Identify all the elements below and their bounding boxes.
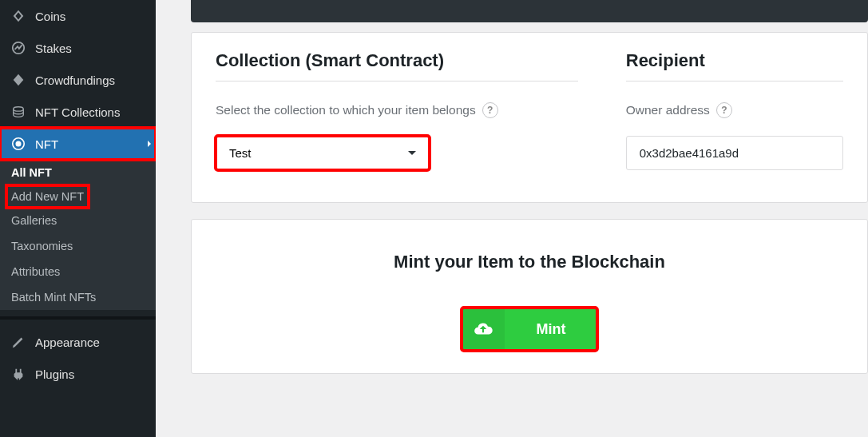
svg-point-3 [16, 141, 20, 145]
collection-label-text: Select the collection to which your item… [216, 103, 476, 117]
collection-field-label: Select the collection to which your item… [216, 102, 578, 118]
main-content: Collection (Smart Contract) Select the c… [156, 0, 868, 437]
sidebar-label: Appearance [35, 336, 100, 349]
sidebar-label: Coins [35, 10, 65, 23]
sidebar-item-coins[interactable]: Coins [0, 0, 156, 32]
sidebar: Coins Stakes Crowdfundings NFT Collectio… [0, 0, 156, 437]
recipient-column: Recipient Owner address ? 0x3d2bae4161a9… [626, 50, 843, 170]
chevron-down-icon [408, 151, 416, 155]
mint-title: Mint your Item to the Blockchain [216, 252, 843, 272]
sidebar-item-appearance[interactable]: Appearance [0, 326, 156, 358]
sidebar-sub-galleries[interactable]: Galleries [0, 208, 156, 233]
nft-icon [10, 135, 27, 153]
sidebar-label: NFT Collections [35, 105, 120, 119]
collection-column: Collection (Smart Contract) Select the c… [216, 50, 578, 170]
sidebar-label: Stakes [35, 42, 72, 55]
dropdown-selected: Test [229, 146, 252, 160]
sidebar-label: Plugins [35, 367, 74, 381]
sidebar-sub-taxonomies[interactable]: Taxonomies [0, 233, 156, 259]
sidebar-item-nft[interactable]: NFT [0, 128, 156, 160]
recipient-field-label: Owner address ? [626, 102, 843, 118]
coin-icon [10, 7, 27, 25]
cloud-upload-icon [462, 308, 505, 351]
sidebar-label: Crowdfundings [35, 73, 115, 87]
sidebar-sub-add-new-nft[interactable]: Add New NFT [8, 187, 87, 206]
sidebar-submenu: All NFT Add New NFT Galleries Taxonomies… [0, 160, 156, 310]
mint-panel: Mint your Item to the Blockchain Mint [191, 219, 868, 374]
sidebar-item-crowdfundings[interactable]: Crowdfundings [0, 64, 156, 96]
collections-icon [10, 103, 27, 121]
sidebar-sub-batch-mint[interactable]: Batch Mint NFTs [0, 284, 156, 310]
sidebar-label: NFT [35, 137, 58, 151]
appearance-icon [10, 333, 27, 351]
sidebar-sub-all-nft[interactable]: All NFT [0, 160, 156, 185]
sidebar-divider [0, 316, 156, 320]
plugins-icon [10, 365, 27, 383]
sidebar-item-plugins[interactable]: Plugins [0, 358, 156, 390]
crowdfunding-icon [10, 71, 27, 89]
sidebar-sub-attributes[interactable]: Attributes [0, 259, 156, 284]
stakes-icon [10, 39, 27, 57]
svg-point-1 [14, 107, 24, 111]
help-icon[interactable]: ? [482, 102, 498, 118]
recipient-title: Recipient [626, 50, 843, 81]
top-bar [191, 0, 868, 22]
mint-button-label: Mint [505, 321, 598, 338]
sidebar-item-nft-collections[interactable]: NFT Collections [0, 96, 156, 128]
mint-button[interactable]: Mint [462, 308, 598, 351]
collection-dropdown[interactable]: Test [216, 136, 430, 170]
help-icon[interactable]: ? [716, 102, 732, 118]
collection-title: Collection (Smart Contract) [216, 50, 578, 81]
collection-panel: Collection (Smart Contract) Select the c… [191, 32, 868, 203]
sidebar-item-stakes[interactable]: Stakes [0, 32, 156, 64]
recipient-label-text: Owner address [626, 103, 710, 117]
owner-address-input[interactable]: 0x3d2bae4161a9d [626, 136, 843, 170]
